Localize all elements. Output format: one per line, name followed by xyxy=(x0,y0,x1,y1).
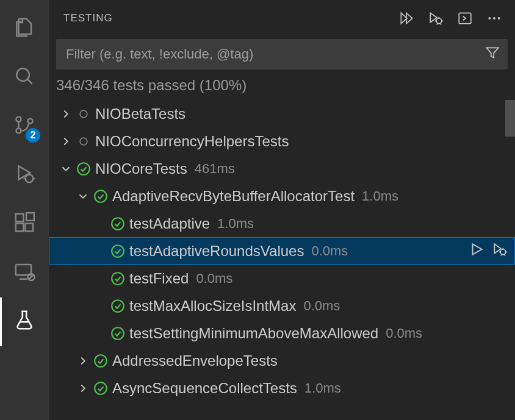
panel-actions xyxy=(398,10,503,27)
activity-explorer[interactable] xyxy=(0,5,49,54)
svg-point-38 xyxy=(112,245,124,257)
pass-icon xyxy=(109,243,127,259)
svg-point-30 xyxy=(493,17,495,20)
tree-item[interactable]: AddressedEnvelopeTests xyxy=(49,347,515,374)
remote-explorer-icon xyxy=(13,260,36,287)
activity-testing[interactable] xyxy=(0,297,49,346)
debug-alt-icon xyxy=(13,162,36,189)
tree-item-duration: 1.0ms xyxy=(217,216,254,232)
show-output-button[interactable] xyxy=(456,10,474,27)
svg-point-34 xyxy=(80,138,87,145)
tree-item[interactable]: NIOCoreTests461ms xyxy=(49,155,515,182)
tree-item[interactable]: testSettingMinimumAboveMaxAllowed0.0ms xyxy=(49,319,515,347)
panel-title: TESTING xyxy=(63,12,398,24)
svg-point-6 xyxy=(26,175,34,183)
svg-point-33 xyxy=(80,110,87,118)
tree-item-label: AsyncSequenceCollectTests xyxy=(112,380,297,397)
run-all-button[interactable] xyxy=(398,10,415,27)
tree-item-label: testAdaptiveRoundsValues xyxy=(129,243,304,260)
filter-icon[interactable] xyxy=(484,44,500,64)
svg-point-37 xyxy=(112,218,124,230)
tree-item-duration: 461ms xyxy=(195,161,235,177)
pass-icon xyxy=(109,298,127,314)
svg-marker-39 xyxy=(473,244,482,254)
scm-badge: 2 xyxy=(26,128,40,143)
tree-item-duration: 0.0ms xyxy=(303,298,340,314)
chevron-down-icon[interactable] xyxy=(74,190,92,203)
pass-icon xyxy=(109,271,127,287)
filter-input[interactable] xyxy=(66,46,484,62)
tree-item[interactable]: NIOConcurrencyHelpersTests xyxy=(49,127,515,155)
svg-point-0 xyxy=(16,68,29,81)
svg-point-41 xyxy=(500,249,506,255)
pass-icon xyxy=(92,380,110,396)
more-actions-button[interactable] xyxy=(486,10,503,27)
debug-all-button[interactable] xyxy=(427,10,444,27)
chevron-right-icon[interactable] xyxy=(57,107,74,121)
test-tree: NIOBetaTestsNIOConcurrencyHelpersTestsNI… xyxy=(49,100,515,420)
svg-marker-32 xyxy=(486,48,499,57)
filter-row xyxy=(56,39,508,69)
activity-source-control[interactable]: 2 xyxy=(0,102,49,151)
files-icon xyxy=(13,16,36,43)
pass-icon xyxy=(92,353,110,369)
pass-icon xyxy=(109,326,127,341)
row-actions xyxy=(469,241,508,261)
svg-line-45 xyxy=(505,254,506,255)
svg-rect-12 xyxy=(26,224,34,232)
tree-item[interactable]: testFixed0.0ms xyxy=(49,265,515,292)
pass-icon xyxy=(92,188,110,204)
tree-item[interactable]: testAdaptiveRoundsValues0.0ms xyxy=(49,237,515,265)
tree-item-duration: 1.0ms xyxy=(304,380,341,396)
tree-item-label: NIOBetaTests xyxy=(95,105,185,123)
svg-rect-11 xyxy=(16,224,24,232)
svg-line-25 xyxy=(437,24,438,25)
tree-item[interactable]: testAdaptive1.0ms xyxy=(49,210,515,237)
debug-test-button[interactable] xyxy=(492,241,508,261)
unset-icon xyxy=(74,135,93,148)
tree-item-label: NIOCoreTests xyxy=(95,160,187,177)
chevron-right-icon[interactable] xyxy=(74,382,92,395)
svg-line-44 xyxy=(501,254,502,255)
activity-run-debug[interactable] xyxy=(0,151,49,200)
chevron-right-icon[interactable] xyxy=(57,135,74,148)
tree-item-duration: 0.0ms xyxy=(311,243,348,259)
chevron-down-icon[interactable] xyxy=(57,162,74,176)
tree-item-label: testFixed xyxy=(129,270,189,287)
testing-panel: TESTING 346/346 tests passed (100%) NIOB… xyxy=(49,0,515,420)
svg-point-22 xyxy=(436,18,442,24)
svg-rect-14 xyxy=(16,265,31,275)
tree-item-label: NIOConcurrencyHelpersTests xyxy=(95,133,289,150)
tree-item[interactable]: NIOBetaTests xyxy=(49,100,515,127)
status-line: 346/346 tests passed (100%) xyxy=(49,74,515,100)
search-icon xyxy=(13,65,36,91)
pass-icon xyxy=(109,216,127,232)
pass-icon xyxy=(74,161,93,177)
tree-item-label: testMaxAllocSizeIsIntMax xyxy=(129,297,296,315)
unset-icon xyxy=(74,108,93,120)
chevron-right-icon[interactable] xyxy=(74,354,92,368)
panel-header: TESTING xyxy=(49,0,515,37)
activity-remote[interactable] xyxy=(0,249,49,297)
tree-item-label: testAdaptive xyxy=(129,215,210,232)
tree-item[interactable]: testMaxAllocSizeIsIntMax0.0ms xyxy=(49,292,515,319)
tree-item-duration: 0.0ms xyxy=(196,271,232,287)
svg-point-2 xyxy=(16,117,21,122)
tree-item-label: AdaptiveRecvByteBufferAllocatorTest xyxy=(112,188,355,205)
svg-rect-13 xyxy=(26,213,34,221)
activity-search[interactable] xyxy=(0,54,49,102)
run-test-button[interactable] xyxy=(469,241,484,261)
tree-item-duration: 0.0ms xyxy=(386,326,422,341)
svg-point-48 xyxy=(112,300,124,312)
beaker-icon xyxy=(13,308,36,335)
svg-point-49 xyxy=(112,327,124,340)
tree-item-label: testSettingMinimumAboveMaxAllowed xyxy=(129,325,378,342)
activity-extensions[interactable] xyxy=(0,200,49,249)
tree-item[interactable]: AsyncSequenceCollectTests1.0ms xyxy=(49,374,515,402)
tree-item[interactable]: AdaptiveRecvByteBufferAllocatorTest1.0ms xyxy=(49,182,515,210)
tree-item-label: AddressedEnvelopeTests xyxy=(112,352,278,369)
svg-point-4 xyxy=(28,119,33,124)
svg-point-35 xyxy=(77,163,90,175)
svg-point-51 xyxy=(95,382,107,394)
svg-point-29 xyxy=(488,17,491,20)
